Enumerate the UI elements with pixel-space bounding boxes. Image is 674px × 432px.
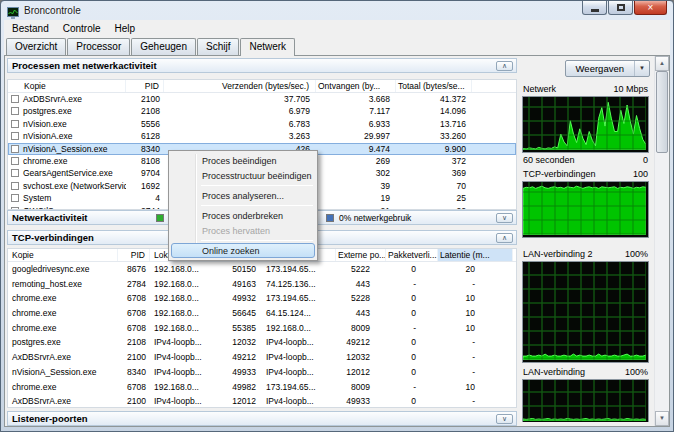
cell: 12032: [336, 350, 386, 365]
collapse-icon[interactable]: ∧: [496, 61, 513, 71]
cell: IPv4-loopb...: [150, 365, 222, 380]
cell: 56645: [222, 306, 262, 321]
processes-section-header[interactable]: Processen met netwerkactiviteit ∧: [7, 58, 517, 73]
menu-help[interactable]: Help: [108, 21, 143, 36]
row-checkbox[interactable]: [11, 182, 19, 190]
maximize-button[interactable]: [608, 1, 633, 15]
cell: 302: [316, 167, 396, 179]
cell: 19: [316, 192, 396, 204]
cell: 5222: [336, 262, 386, 277]
tcp-row[interactable]: chrome.exe6708192.168.0...49982173.194.6…: [8, 380, 516, 395]
menu-item[interactable]: Online zoeken: [171, 243, 315, 258]
process-row[interactable]: AxDBSrvrA.exe210037.7053.66841.372: [8, 93, 516, 105]
app-icon: [7, 5, 19, 17]
cell: 6.933: [316, 118, 396, 130]
cell: 2108: [118, 335, 150, 350]
minimize-button[interactable]: [582, 1, 607, 15]
tab-page-netwerk: Processen met netwerkactiviteit ∧ Kopie …: [4, 56, 670, 427]
tab-schijf[interactable]: Schijf: [197, 38, 239, 55]
cell: 29.997: [316, 130, 396, 142]
col-externe-poort[interactable]: Externe po...: [336, 249, 386, 261]
cell: 64.15.124...: [262, 306, 336, 321]
cell: 2108: [126, 105, 164, 117]
menu-item[interactable]: Processtructuur beëindigen: [171, 168, 315, 183]
row-checkbox[interactable]: [11, 169, 19, 177]
cell: 33.260: [396, 130, 472, 142]
col-kopie[interactable]: Kopie: [8, 249, 118, 261]
cell: 6708: [118, 306, 150, 321]
scrollbar[interactable]: ▲ ▼: [654, 56, 669, 426]
menu-item[interactable]: Proces onderbreken: [171, 208, 315, 223]
chart-title: LAN-verbinding 2: [523, 249, 593, 259]
col-latentie[interactable]: Latentie (m...: [438, 249, 513, 261]
title-bar[interactable]: Broncontrole ×: [1, 1, 673, 20]
close-icon: ×: [648, 2, 654, 14]
tcp-row[interactable]: AxDBSrvrA.exe2100IPv4-loopb...12012IPv4-…: [8, 394, 516, 408]
cell: IPv4-loopb...: [262, 365, 336, 380]
tab-geheugen[interactable]: Geheugen: [131, 38, 196, 55]
tab-bar: OverzichtProcessorGeheugenSchijfNetwerk: [4, 37, 670, 56]
tcp-row[interactable]: googledrivesync.exe8676192.168.0...50150…: [8, 262, 516, 277]
scrollbar-track[interactable]: [655, 71, 669, 411]
views-button-label: Weergaven: [566, 61, 634, 76]
chart-scale: 100%: [625, 249, 648, 259]
cell: 3.263: [164, 130, 316, 142]
col-pakketverlies[interactable]: Pakketverli...: [386, 249, 438, 261]
close-button[interactable]: ×: [634, 1, 667, 15]
chevron-down-icon[interactable]: ▼: [634, 61, 649, 76]
expand-icon[interactable]: ∨: [496, 213, 513, 223]
scrollbar-thumb[interactable]: [656, 71, 668, 153]
client-area: BestandControleHelp OverzichtProcessorGe…: [4, 20, 670, 427]
expand-icon[interactable]: ∨: [496, 414, 513, 424]
col-totaal[interactable]: Totaal (bytes/se...: [396, 80, 472, 92]
menu-separator: [201, 240, 313, 241]
process-table-header: Kopie PID Verzenden (bytes/sec.) Ontvang…: [8, 80, 516, 93]
row-checkbox[interactable]: [11, 157, 19, 165]
row-checkbox[interactable]: [11, 132, 19, 140]
tab-netwerk[interactable]: Netwerk: [240, 38, 295, 56]
lan-connection-chart: [522, 379, 649, 422]
menu-item[interactable]: Proces analyseren...: [171, 188, 315, 203]
listener-section-header[interactable]: Listener-poorten ∨: [7, 411, 517, 426]
collapse-icon[interactable]: ∧: [496, 233, 513, 243]
col-kopie[interactable]: Kopie: [8, 80, 126, 92]
tcp-row[interactable]: remoting_host.exe2784192.168.0...4916374…: [8, 277, 516, 292]
network-usage-legend-blue: [326, 214, 334, 222]
col-ontvangen[interactable]: Ontvangen (by...: [316, 80, 396, 92]
cell: 7.117: [316, 105, 396, 117]
tcp-row[interactable]: chrome.exe6708192.168.0...55385192.168.0…: [8, 321, 516, 336]
tcp-row[interactable]: nVisionA_Session.exe8340IPv4-loopb...499…: [8, 365, 516, 380]
row-checkbox[interactable]: [11, 95, 19, 103]
menu-bestand[interactable]: Bestand: [5, 21, 56, 36]
views-button[interactable]: Weergaven ▼: [565, 60, 650, 77]
menu-controle[interactable]: Controle: [56, 21, 108, 36]
process-row[interactable]: nVisionA.exe61283.26329.99733.260: [8, 130, 516, 142]
cell: 10: [438, 321, 513, 336]
process-name: svchost.exe (NetworkService): [23, 181, 126, 191]
cell: -: [438, 365, 513, 380]
tab-processor[interactable]: Processor: [67, 38, 130, 55]
tcp-row[interactable]: chrome.exe6708192.168.0...49932173.194.6…: [8, 291, 516, 306]
tcp-chart-label: TCP-verbindingen 100: [523, 169, 648, 179]
chart-scale: 100: [633, 169, 648, 179]
row-checkbox[interactable]: [11, 107, 19, 115]
cell: 1692: [126, 180, 164, 192]
tab-overzicht[interactable]: Overzicht: [6, 38, 66, 55]
tcp-row[interactable]: postgres.exe2108IPv4-loopb...12032IPv4-l…: [8, 335, 516, 350]
tcp-row[interactable]: chrome.exe6708192.168.0...5664564.15.124…: [8, 306, 516, 321]
scrollbar-up-button[interactable]: ▲: [655, 56, 669, 71]
col-pid[interactable]: PID: [118, 249, 150, 261]
row-checkbox[interactable]: [11, 120, 19, 128]
scrollbar-down-button[interactable]: ▼: [655, 411, 669, 426]
cell: AxDBSrvrA.exe: [8, 394, 118, 408]
process-name: nVision.exe: [23, 119, 67, 129]
process-row[interactable]: postgres.exe21086.9797.11714.096: [8, 105, 516, 117]
row-checkbox[interactable]: [11, 194, 19, 202]
row-checkbox[interactable]: [11, 145, 19, 153]
process-row[interactable]: nVision.exe55566.7836.93313.716: [8, 118, 516, 130]
tcp-row[interactable]: AxDBSrvrA.exe2100IPv4-loopb...49212IPv4-…: [8, 350, 516, 365]
col-verzenden[interactable]: Verzenden (bytes/sec.): [164, 80, 316, 92]
menu-item[interactable]: Proces beëindigen: [171, 153, 315, 168]
process-name: chrome.exe: [23, 156, 67, 166]
col-pid[interactable]: PID: [126, 80, 164, 92]
